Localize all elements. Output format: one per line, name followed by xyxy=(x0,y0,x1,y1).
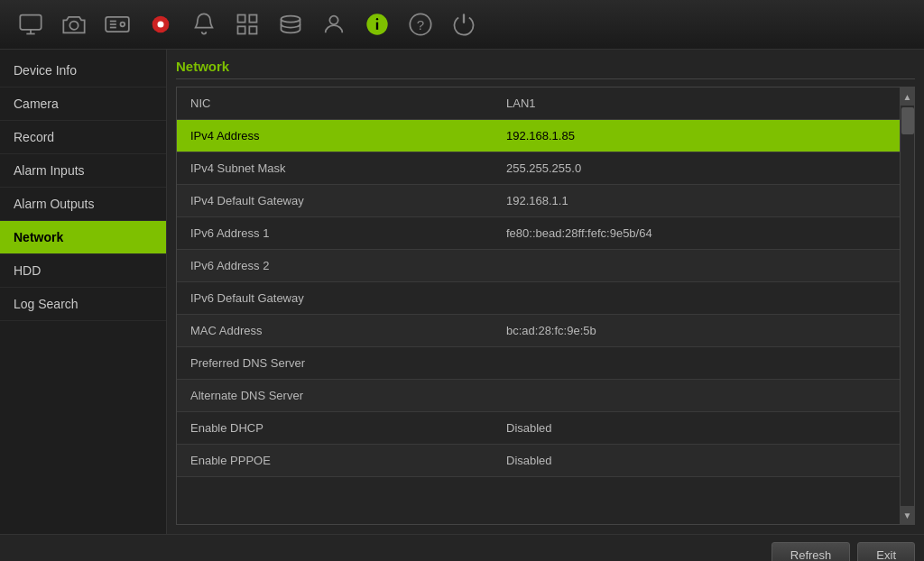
network-table: NICLAN1IPv4 Address192.168.1.85IPv4 Subn… xyxy=(176,87,915,525)
sidebar-item-camera[interactable]: Camera xyxy=(0,87,166,121)
table-cell-value: Disabled xyxy=(493,421,900,435)
main-area: Device InfoCameraRecordAlarm InputsAlarm… xyxy=(0,50,924,534)
scrollbar-thumb[interactable] xyxy=(901,107,914,134)
svg-rect-13 xyxy=(238,26,245,33)
table-row: Alternate DNS Server xyxy=(177,380,900,412)
table-cell-value: 192.168.1.1 xyxy=(493,194,900,207)
sidebar-item-alarm-outputs[interactable]: Alarm Outputs xyxy=(0,188,166,221)
table-row: MAC Addressbc:ad:28:fc:9e:5b xyxy=(177,315,900,347)
svg-rect-12 xyxy=(249,15,256,23)
table-cell-value: 192.168.1.85 xyxy=(493,129,900,143)
record-icon[interactable] xyxy=(139,3,182,46)
table-cell-value: 255.255.255.0 xyxy=(493,161,900,175)
alarm-bell-icon[interactable] xyxy=(182,3,226,46)
table-cell-key: Enable DHCP xyxy=(177,421,493,435)
sidebar-item-hdd[interactable]: HDD xyxy=(0,254,166,288)
svg-point-15 xyxy=(282,16,300,23)
table-cell-key: IPv6 Default Gateway xyxy=(177,291,493,305)
scroll-down-button[interactable]: ▼ xyxy=(901,506,915,524)
svg-point-19 xyxy=(376,18,378,20)
storage-icon[interactable] xyxy=(269,3,312,46)
table-cell-key: IPv4 Default Gateway xyxy=(177,194,493,207)
svg-point-10 xyxy=(158,22,164,28)
table-cell-key: IPv6 Address 2 xyxy=(177,259,493,272)
sidebar-item-record[interactable]: Record xyxy=(0,121,166,154)
svg-text:?: ? xyxy=(417,17,424,32)
svg-point-16 xyxy=(329,16,337,24)
sidebar-item-alarm-inputs[interactable]: Alarm Inputs xyxy=(0,154,166,188)
svg-rect-14 xyxy=(249,26,256,33)
table-cell-key: IPv6 Address 1 xyxy=(177,226,493,240)
svg-rect-0 xyxy=(20,15,41,30)
info-icon[interactable] xyxy=(356,3,399,46)
dvr-icon[interactable] xyxy=(96,3,139,46)
table-cell-key: Enable PPPOE xyxy=(177,454,493,467)
user-icon[interactable] xyxy=(312,3,356,46)
table-cell-key: Alternate DNS Server xyxy=(177,389,493,402)
display-icon[interactable] xyxy=(9,3,52,46)
help-icon[interactable]: ? xyxy=(399,3,442,46)
content-area: Network NICLAN1IPv4 Address192.168.1.85I… xyxy=(167,50,924,534)
table-cell-key: IPv4 Address xyxy=(177,129,493,143)
table-row: NICLAN1 xyxy=(177,87,900,120)
table-cell-key: NIC xyxy=(177,97,493,110)
svg-point-5 xyxy=(121,23,125,27)
scrollbar-track: ▲▼ xyxy=(900,87,914,524)
table-cell-value: LAN1 xyxy=(493,97,900,110)
table-cell-value: fe80::bead:28ff:fefc:9e5b/64 xyxy=(493,226,900,240)
table-row: IPv6 Address 2 xyxy=(177,250,900,282)
refresh-button[interactable]: Refresh xyxy=(772,542,851,561)
table-row: IPv4 Subnet Mask255.255.255.0 xyxy=(177,152,900,185)
svg-rect-11 xyxy=(238,15,245,23)
action-area: Refresh Exit xyxy=(0,534,924,561)
table-cell-key: MAC Address xyxy=(177,324,493,337)
sidebar: Device InfoCameraRecordAlarm InputsAlarm… xyxy=(0,50,167,534)
settings-grid-icon[interactable] xyxy=(226,3,269,46)
power-icon[interactable] xyxy=(442,3,485,46)
table-container: NICLAN1IPv4 Address192.168.1.85IPv4 Subn… xyxy=(177,87,914,524)
table-row: IPv4 Address192.168.1.85 xyxy=(177,120,900,152)
sidebar-item-log-search[interactable]: Log Search xyxy=(0,288,166,321)
table-cell-value: Disabled xyxy=(493,454,900,467)
scroll-up-button[interactable]: ▲ xyxy=(901,87,915,106)
table-row: Enable PPPOEDisabled xyxy=(177,445,900,477)
table-cell-key: Preferred DNS Server xyxy=(177,356,493,370)
table-cell-value: bc:ad:28:fc:9e:5b xyxy=(493,324,900,337)
tab-label: Network xyxy=(176,59,915,79)
camera-icon[interactable] xyxy=(52,3,96,46)
table-row: Enable DHCPDisabled xyxy=(177,412,900,445)
sidebar-item-device-info[interactable]: Device Info xyxy=(0,54,166,87)
table-row: IPv6 Default Gateway xyxy=(177,282,900,315)
sidebar-item-network[interactable]: Network xyxy=(0,221,166,254)
table-row: IPv4 Default Gateway192.168.1.1 xyxy=(177,185,900,217)
svg-point-3 xyxy=(69,22,78,30)
toolbar: ? xyxy=(0,0,924,50)
table-row: IPv6 Address 1fe80::bead:28ff:fefc:9e5b/… xyxy=(177,217,900,250)
table-cell-key: IPv4 Subnet Mask xyxy=(177,161,493,175)
exit-button[interactable]: Exit xyxy=(857,542,915,561)
table-row: Preferred DNS Server xyxy=(177,347,900,380)
